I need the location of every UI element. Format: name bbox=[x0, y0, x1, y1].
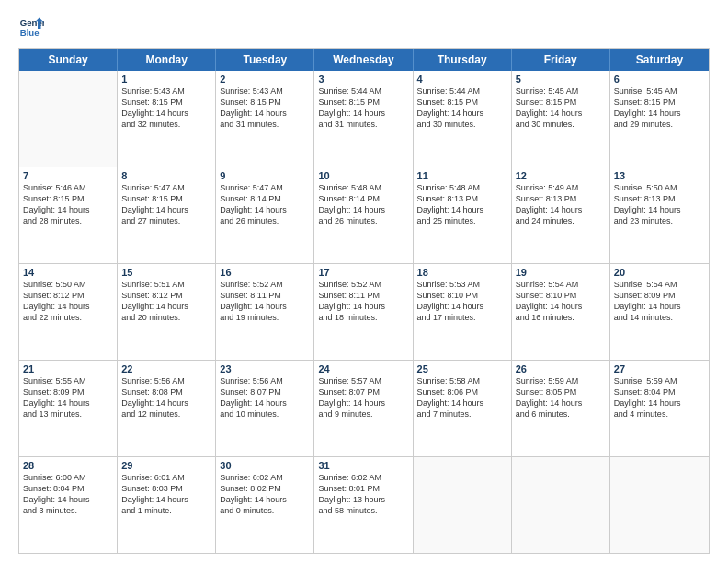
day-cell-29: 29Sunrise: 6:01 AM Sunset: 8:03 PM Dayli… bbox=[118, 457, 216, 553]
calendar-row-0: 1Sunrise: 5:43 AM Sunset: 8:15 PM Daylig… bbox=[19, 71, 709, 167]
cell-info: Sunrise: 5:44 AM Sunset: 8:15 PM Dayligh… bbox=[417, 86, 507, 131]
day-number: 5 bbox=[516, 74, 606, 85]
day-cell-6: 6Sunrise: 5:45 AM Sunset: 8:15 PM Daylig… bbox=[610, 71, 709, 167]
header-day-saturday: Saturday bbox=[610, 49, 709, 71]
header-day-friday: Friday bbox=[512, 49, 610, 71]
cell-info: Sunrise: 5:57 AM Sunset: 8:07 PM Dayligh… bbox=[318, 375, 408, 420]
day-cell-13: 13Sunrise: 5:50 AM Sunset: 8:13 PM Dayli… bbox=[610, 167, 709, 263]
cell-info: Sunrise: 5:50 AM Sunset: 8:12 PM Dayligh… bbox=[23, 279, 113, 324]
day-number: 7 bbox=[23, 170, 113, 181]
cell-info: Sunrise: 5:44 AM Sunset: 8:15 PM Dayligh… bbox=[318, 86, 408, 131]
day-number: 6 bbox=[614, 74, 705, 85]
day-cell-16: 16Sunrise: 5:52 AM Sunset: 8:11 PM Dayli… bbox=[216, 264, 314, 360]
day-number: 23 bbox=[220, 363, 310, 374]
day-cell-9: 9Sunrise: 5:47 AM Sunset: 8:14 PM Daylig… bbox=[216, 167, 314, 263]
empty-cell bbox=[512, 457, 610, 553]
day-number: 11 bbox=[417, 170, 507, 181]
cell-info: Sunrise: 5:54 AM Sunset: 8:10 PM Dayligh… bbox=[516, 279, 606, 324]
day-number: 3 bbox=[318, 74, 408, 85]
cell-info: Sunrise: 5:43 AM Sunset: 8:15 PM Dayligh… bbox=[121, 86, 211, 131]
calendar-row-3: 21Sunrise: 5:55 AM Sunset: 8:09 PM Dayli… bbox=[19, 361, 709, 457]
cell-info: Sunrise: 6:01 AM Sunset: 8:03 PM Dayligh… bbox=[121, 472, 211, 517]
header-day-thursday: Thursday bbox=[414, 49, 512, 71]
day-cell-30: 30Sunrise: 6:02 AM Sunset: 8:02 PM Dayli… bbox=[216, 457, 314, 553]
day-number: 16 bbox=[220, 267, 310, 278]
empty-cell bbox=[414, 457, 512, 553]
day-number: 24 bbox=[318, 363, 408, 374]
day-number: 17 bbox=[318, 267, 408, 278]
cell-info: Sunrise: 5:51 AM Sunset: 8:12 PM Dayligh… bbox=[121, 279, 211, 324]
cell-info: Sunrise: 5:45 AM Sunset: 8:15 PM Dayligh… bbox=[516, 86, 606, 131]
calendar: SundayMondayTuesdayWednesdayThursdayFrid… bbox=[18, 48, 710, 554]
header-day-sunday: Sunday bbox=[19, 49, 118, 71]
day-cell-12: 12Sunrise: 5:49 AM Sunset: 8:13 PM Dayli… bbox=[512, 167, 610, 263]
day-number: 12 bbox=[516, 170, 606, 181]
cell-info: Sunrise: 5:59 AM Sunset: 8:04 PM Dayligh… bbox=[614, 375, 705, 420]
day-number: 26 bbox=[516, 363, 606, 374]
logo-icon: General Blue bbox=[18, 15, 44, 40]
empty-cell bbox=[19, 71, 118, 167]
day-cell-27: 27Sunrise: 5:59 AM Sunset: 8:04 PM Dayli… bbox=[610, 361, 709, 456]
calendar-header: SundayMondayTuesdayWednesdayThursdayFrid… bbox=[19, 49, 709, 71]
page-header: General Blue bbox=[18, 15, 710, 40]
day-cell-24: 24Sunrise: 5:57 AM Sunset: 8:07 PM Dayli… bbox=[314, 361, 413, 456]
cell-info: Sunrise: 5:46 AM Sunset: 8:15 PM Dayligh… bbox=[23, 182, 113, 227]
svg-text:Blue: Blue bbox=[20, 28, 40, 38]
day-cell-17: 17Sunrise: 5:52 AM Sunset: 8:11 PM Dayli… bbox=[314, 264, 413, 360]
cell-info: Sunrise: 5:52 AM Sunset: 8:11 PM Dayligh… bbox=[220, 279, 310, 324]
cell-info: Sunrise: 5:56 AM Sunset: 8:07 PM Dayligh… bbox=[220, 375, 310, 420]
day-number: 30 bbox=[220, 460, 310, 471]
day-number: 22 bbox=[121, 363, 211, 374]
day-cell-8: 8Sunrise: 5:47 AM Sunset: 8:15 PM Daylig… bbox=[118, 167, 216, 263]
day-cell-23: 23Sunrise: 5:56 AM Sunset: 8:07 PM Dayli… bbox=[216, 361, 314, 456]
day-number: 20 bbox=[614, 267, 705, 278]
day-cell-11: 11Sunrise: 5:48 AM Sunset: 8:13 PM Dayli… bbox=[414, 167, 512, 263]
cell-info: Sunrise: 5:43 AM Sunset: 8:15 PM Dayligh… bbox=[220, 86, 310, 131]
cell-info: Sunrise: 6:02 AM Sunset: 8:01 PM Dayligh… bbox=[318, 472, 408, 517]
day-cell-7: 7Sunrise: 5:46 AM Sunset: 8:15 PM Daylig… bbox=[19, 167, 118, 263]
day-number: 9 bbox=[220, 170, 310, 181]
day-number: 13 bbox=[614, 170, 705, 181]
day-number: 29 bbox=[121, 460, 211, 471]
cell-info: Sunrise: 5:54 AM Sunset: 8:09 PM Dayligh… bbox=[614, 279, 705, 324]
day-cell-22: 22Sunrise: 5:56 AM Sunset: 8:08 PM Dayli… bbox=[118, 361, 216, 456]
cell-info: Sunrise: 5:55 AM Sunset: 8:09 PM Dayligh… bbox=[23, 375, 113, 420]
calendar-row-2: 14Sunrise: 5:50 AM Sunset: 8:12 PM Dayli… bbox=[19, 264, 709, 361]
cell-info: Sunrise: 5:48 AM Sunset: 8:14 PM Dayligh… bbox=[318, 182, 408, 227]
day-number: 1 bbox=[121, 74, 211, 85]
day-number: 28 bbox=[23, 460, 113, 471]
day-cell-28: 28Sunrise: 6:00 AM Sunset: 8:04 PM Dayli… bbox=[19, 457, 118, 553]
cell-info: Sunrise: 5:50 AM Sunset: 8:13 PM Dayligh… bbox=[614, 182, 705, 227]
day-cell-18: 18Sunrise: 5:53 AM Sunset: 8:10 PM Dayli… bbox=[414, 264, 512, 360]
cell-info: Sunrise: 5:45 AM Sunset: 8:15 PM Dayligh… bbox=[614, 86, 705, 131]
day-number: 21 bbox=[23, 363, 113, 374]
day-cell-5: 5Sunrise: 5:45 AM Sunset: 8:15 PM Daylig… bbox=[512, 71, 610, 167]
cell-info: Sunrise: 5:58 AM Sunset: 8:06 PM Dayligh… bbox=[417, 375, 507, 420]
day-cell-14: 14Sunrise: 5:50 AM Sunset: 8:12 PM Dayli… bbox=[19, 264, 118, 360]
day-cell-15: 15Sunrise: 5:51 AM Sunset: 8:12 PM Dayli… bbox=[118, 264, 216, 360]
cell-info: Sunrise: 5:47 AM Sunset: 8:15 PM Dayligh… bbox=[121, 182, 211, 227]
cell-info: Sunrise: 5:48 AM Sunset: 8:13 PM Dayligh… bbox=[417, 182, 507, 227]
cell-info: Sunrise: 5:59 AM Sunset: 8:05 PM Dayligh… bbox=[516, 375, 606, 420]
day-cell-26: 26Sunrise: 5:59 AM Sunset: 8:05 PM Dayli… bbox=[512, 361, 610, 456]
day-cell-20: 20Sunrise: 5:54 AM Sunset: 8:09 PM Dayli… bbox=[610, 264, 709, 360]
day-number: 25 bbox=[417, 363, 507, 374]
day-cell-1: 1Sunrise: 5:43 AM Sunset: 8:15 PM Daylig… bbox=[118, 71, 216, 167]
cell-info: Sunrise: 5:53 AM Sunset: 8:10 PM Dayligh… bbox=[417, 279, 507, 324]
day-number: 27 bbox=[614, 363, 705, 374]
cell-info: Sunrise: 5:52 AM Sunset: 8:11 PM Dayligh… bbox=[318, 279, 408, 324]
cell-info: Sunrise: 5:47 AM Sunset: 8:14 PM Dayligh… bbox=[220, 182, 310, 227]
day-number: 15 bbox=[121, 267, 211, 278]
day-cell-31: 31Sunrise: 6:02 AM Sunset: 8:01 PM Dayli… bbox=[314, 457, 413, 553]
cell-info: Sunrise: 5:56 AM Sunset: 8:08 PM Dayligh… bbox=[121, 375, 211, 420]
calendar-body: 1Sunrise: 5:43 AM Sunset: 8:15 PM Daylig… bbox=[19, 71, 709, 553]
day-number: 2 bbox=[220, 74, 310, 85]
day-number: 31 bbox=[318, 460, 408, 471]
day-number: 18 bbox=[417, 267, 507, 278]
calendar-row-1: 7Sunrise: 5:46 AM Sunset: 8:15 PM Daylig… bbox=[19, 167, 709, 264]
header-day-wednesday: Wednesday bbox=[314, 49, 413, 71]
day-cell-2: 2Sunrise: 5:43 AM Sunset: 8:15 PM Daylig… bbox=[216, 71, 314, 167]
cell-info: Sunrise: 5:49 AM Sunset: 8:13 PM Dayligh… bbox=[516, 182, 606, 227]
day-cell-21: 21Sunrise: 5:55 AM Sunset: 8:09 PM Dayli… bbox=[19, 361, 118, 456]
day-cell-19: 19Sunrise: 5:54 AM Sunset: 8:10 PM Dayli… bbox=[512, 264, 610, 360]
